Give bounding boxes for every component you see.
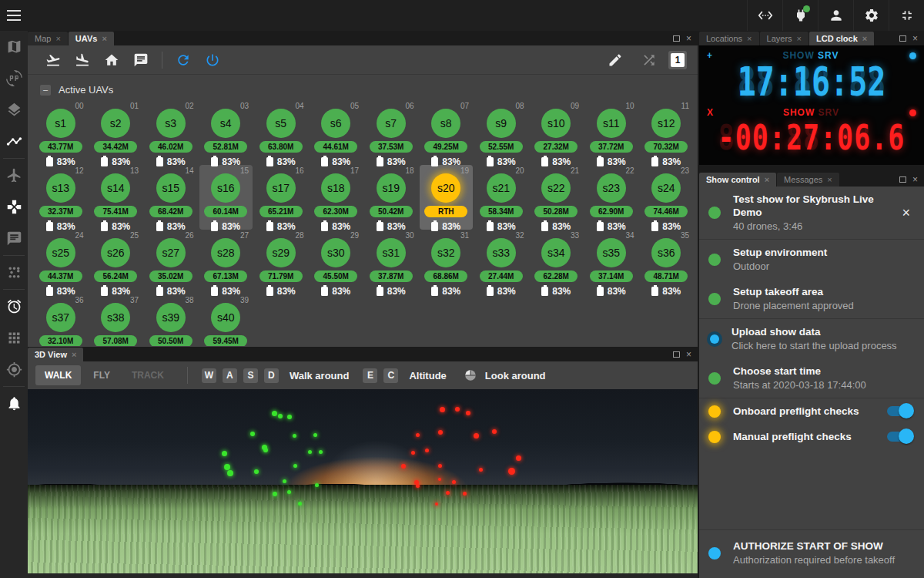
code-icon[interactable] xyxy=(747,0,782,31)
power-button[interactable] xyxy=(198,49,227,72)
uav-cell-s23[interactable]: 22s2362.90M83% xyxy=(584,165,638,230)
close-panel-icon[interactable]: × xyxy=(686,350,691,359)
show-control-item-5[interactable]: Choose start timeStarts at 2020-03-18 17… xyxy=(699,358,924,398)
uav-cell-s14[interactable]: 13s1475.41M83% xyxy=(89,165,143,230)
sidebar-item-airplane[interactable] xyxy=(0,160,28,191)
sidebar-item-swarm-dots[interactable] xyxy=(0,257,28,288)
sidebar-item-rotation-3d[interactable] xyxy=(0,62,28,94)
close-show-icon[interactable]: × xyxy=(897,205,915,221)
scene-3d-viewport[interactable] xyxy=(28,389,698,573)
show-control-item-4[interactable]: Upload show dataClick here to start the … xyxy=(699,319,924,358)
fullscreen-exit-icon[interactable] xyxy=(889,0,924,31)
uav-cell-s11[interactable]: 10s1137.72M83% xyxy=(584,100,638,165)
show-control-item-7[interactable]: Manual preflight checks xyxy=(699,424,924,449)
uav-cell-s18[interactable]: 17s1862.30M83% xyxy=(310,165,363,230)
view3d-tab-3d-view[interactable]: 3D View× xyxy=(28,348,83,361)
uav-cell-s3[interactable]: 02s346.02M83% xyxy=(144,100,198,165)
mode-button-fly[interactable]: FLY xyxy=(84,365,119,385)
preflight-toggle[interactable] xyxy=(887,406,912,416)
showcontrol-tab-messages[interactable]: Messages× xyxy=(777,173,839,187)
uav-cell-s16[interactable]: 15s1660.14M83% xyxy=(199,165,253,230)
collapse-section-button[interactable]: – xyxy=(40,85,51,96)
refresh-button[interactable] xyxy=(169,49,198,72)
close-panel-icon[interactable]: × xyxy=(912,175,918,184)
uav-cell-s34[interactable]: 33s3462.28M83% xyxy=(530,230,584,294)
home-button[interactable] xyxy=(97,49,126,72)
uav-cell-s37[interactable]: 36s3732.10M83% xyxy=(34,294,88,346)
sidebar-item-gps-target[interactable] xyxy=(0,354,28,385)
uav-cell-s35[interactable]: 34s3537.14M83% xyxy=(584,230,638,294)
right-tab-lcd-clock[interactable]: LCD clock× xyxy=(809,32,874,45)
authorize-start-button[interactable]: AUTHORIZE START OF SHOWAuthorization req… xyxy=(699,530,924,578)
maximize-panel-icon[interactable] xyxy=(899,176,906,183)
message-button[interactable] xyxy=(126,49,156,72)
uav-cell-s25[interactable]: 24s2544.37M83% xyxy=(34,230,88,294)
mode-button-walk[interactable]: WALK xyxy=(35,365,81,385)
uav-cell-s13[interactable]: 12s1332.37M83% xyxy=(34,165,88,230)
tab-close-icon[interactable]: × xyxy=(862,34,867,43)
uav-cell-s22[interactable]: 21s2250.28M83% xyxy=(530,165,584,230)
uav-cell-s4[interactable]: 03s452.81M83% xyxy=(199,100,253,165)
uav-cell-s1[interactable]: 00s143.77M83% xyxy=(34,100,88,165)
uav-cell-s9[interactable]: 08s952.55M83% xyxy=(474,100,528,165)
shuffle-button[interactable] xyxy=(634,49,664,72)
maximize-panel-icon[interactable] xyxy=(899,35,906,42)
tab-close-icon[interactable]: × xyxy=(55,34,60,43)
close-panel-icon[interactable]: × xyxy=(686,34,691,43)
settings-icon[interactable] xyxy=(853,0,889,31)
uav-cell-s31[interactable]: 30s3137.87M83% xyxy=(364,230,418,294)
sidebar-item-grid-apps[interactable] xyxy=(0,322,28,354)
tab-close-icon[interactable]: × xyxy=(72,350,76,359)
show-control-item-3[interactable]: Setup takeoff areaDrone placement approv… xyxy=(699,279,924,318)
uav-cell-s39[interactable]: 38s3950.50M83% xyxy=(144,294,198,346)
uav-cell-s12[interactable]: 11s1270.32M83% xyxy=(640,100,694,165)
uav-cell-s10[interactable]: 09s1027.32M83% xyxy=(530,100,584,165)
uav-cell-s33[interactable]: 32s3327.44M83% xyxy=(474,230,528,294)
maximize-panel-icon[interactable] xyxy=(673,351,680,358)
land-button[interactable] xyxy=(68,49,97,72)
uav-cell-s24[interactable]: 23s2474.46M83% xyxy=(640,165,694,230)
tab-close-icon[interactable]: × xyxy=(102,34,106,43)
selection-count-chip[interactable]: 1 xyxy=(668,51,687,69)
right-tab-layers[interactable]: Layers× xyxy=(760,32,808,45)
uav-cell-s21[interactable]: 20s2158.34M83% xyxy=(474,165,528,230)
takeoff-button[interactable] xyxy=(38,49,68,72)
tab-close-icon[interactable]: × xyxy=(747,34,752,43)
uav-cell-s40[interactable]: 39s4059.45M83% xyxy=(199,294,253,346)
show-control-item-1[interactable]: Test show for Skybrush Live Demo40 drone… xyxy=(699,187,924,239)
sidebar-item-alarm-clock[interactable] xyxy=(0,291,28,322)
uav-cell-s8[interactable]: 07s849.25M83% xyxy=(420,100,474,165)
sidebar-item-layers[interactable] xyxy=(0,94,28,126)
tab-close-icon[interactable]: × xyxy=(765,175,769,184)
uav-cell-s29[interactable]: 28s2971.79M83% xyxy=(254,230,308,294)
uav-cell-s7[interactable]: 06s737.53M83% xyxy=(364,100,418,165)
uav-cell-s26[interactable]: 25s2656.24M83% xyxy=(89,230,143,294)
tab-close-icon[interactable]: × xyxy=(827,175,832,184)
uav-cell-s28[interactable]: 27s2867.13M83% xyxy=(199,230,253,294)
uav-cell-s20[interactable]: 19s20RTH83% xyxy=(420,165,474,230)
uav-cell-s6[interactable]: 05s644.61M83% xyxy=(310,100,363,165)
uav-cell-s17[interactable]: 16s1765.21M83% xyxy=(254,165,308,230)
uav-cell-s30[interactable]: 29s3045.50M83% xyxy=(310,230,363,294)
uavs-tab-map[interactable]: Map× xyxy=(28,32,68,45)
hamburger-menu-icon[interactable] xyxy=(0,0,28,31)
uav-cell-s19[interactable]: 18s1950.42M83% xyxy=(364,165,418,230)
uavs-tab-uavs[interactable]: UAVs× xyxy=(69,32,114,45)
preflight-toggle[interactable] xyxy=(887,432,912,442)
close-panel-icon[interactable]: × xyxy=(912,34,918,43)
sidebar-item-bell[interactable] xyxy=(0,388,28,419)
uav-cell-s36[interactable]: 35s3648.71M83% xyxy=(640,230,694,294)
uav-cell-s38[interactable]: 37s3857.08M83% xyxy=(89,294,143,346)
sidebar-item-timeline[interactable] xyxy=(0,126,28,157)
uav-cell-s32[interactable]: 31s3268.86M83% xyxy=(420,230,474,294)
sidebar-item-chat[interactable] xyxy=(0,223,28,254)
sidebar-item-drone[interactable] xyxy=(0,191,28,223)
uav-cell-s2[interactable]: 01s234.42M83% xyxy=(89,100,143,165)
uav-cell-s27[interactable]: 26s2735.02M83% xyxy=(144,230,198,294)
maximize-panel-icon[interactable] xyxy=(673,35,680,42)
tab-close-icon[interactable]: × xyxy=(797,34,802,43)
edit-button[interactable] xyxy=(601,49,630,72)
showcontrol-tab-show-control[interactable]: Show control× xyxy=(699,173,776,187)
user-icon[interactable] xyxy=(818,0,853,31)
show-control-item-2[interactable]: Setup environmentOutdoor xyxy=(699,240,924,279)
